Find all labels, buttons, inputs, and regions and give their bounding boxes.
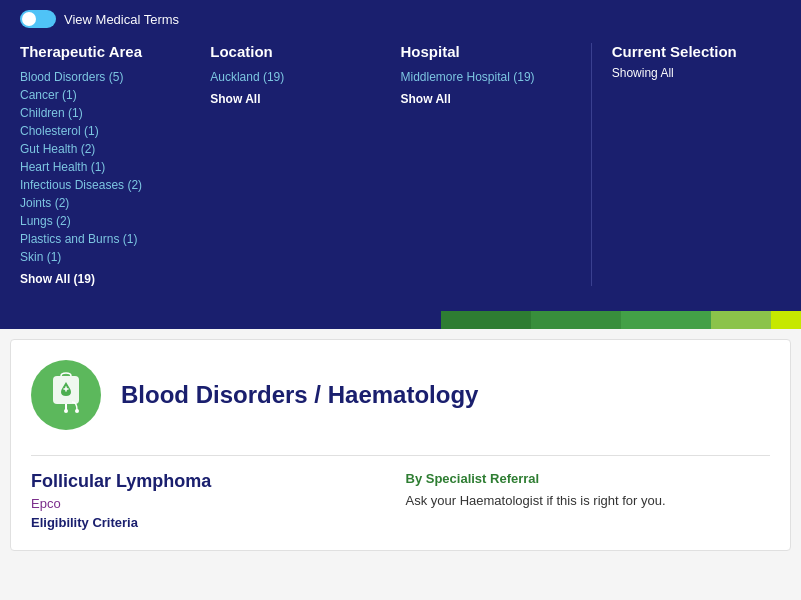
referral-text: Ask your Haematologist if this is right … [406, 492, 771, 510]
svg-point-2 [64, 409, 68, 413]
current-selection-value: Showing All [612, 66, 766, 80]
filter-item-cancer[interactable]: Cancer (1) [20, 88, 195, 102]
color-bar [0, 311, 801, 329]
current-selection-column: Current Selection Showing All [591, 43, 781, 286]
current-selection-title: Current Selection [612, 43, 766, 60]
medical-terms-toggle[interactable] [20, 10, 56, 28]
color-bar-spacer [0, 311, 361, 329]
toggle-label: View Medical Terms [64, 12, 179, 27]
therapeutic-area-show-all[interactable]: Show All (19) [20, 272, 195, 286]
filter-item-infectious-diseases[interactable]: Infectious Diseases (2) [20, 178, 195, 192]
referral-label: By Specialist Referral [406, 471, 771, 486]
trial-right: By Specialist Referral Ask your Haematol… [406, 471, 771, 530]
filter-item-heart-health[interactable]: Heart Health (1) [20, 160, 195, 174]
iv-bag-icon [47, 372, 85, 418]
color-segment-2 [531, 311, 621, 329]
toggle-track [20, 10, 56, 28]
therapeutic-area-title: Therapeutic Area [20, 43, 195, 60]
trial-name[interactable]: Follicular Lymphoma [31, 471, 396, 492]
filter-item-middlemore[interactable]: Middlemore Hospital (19) [401, 70, 576, 84]
color-segment-1 [441, 311, 531, 329]
location-title: Location [210, 43, 385, 60]
toggle-thumb [22, 12, 36, 26]
filter-item-plastics[interactable]: Plastics and Burns (1) [20, 232, 195, 246]
category-header: Blood Disorders / Haematology [31, 360, 770, 430]
filter-item-children[interactable]: Children (1) [20, 106, 195, 120]
svg-point-3 [75, 409, 79, 413]
content-area: Blood Disorders / Haematology Follicular… [10, 339, 791, 551]
hospital-title: Hospital [401, 43, 576, 60]
color-segment-4 [711, 311, 771, 329]
trial-sponsor: Epco [31, 496, 396, 511]
filter-item-skin[interactable]: Skin (1) [20, 250, 195, 264]
filter-item-blood-disorders[interactable]: Blood Disorders (5) [20, 70, 195, 84]
location-column: Location Auckland (19) Show All [210, 43, 400, 286]
category-title: Blood Disorders / Haematology [121, 381, 478, 409]
trial-eligibility-label[interactable]: Eligibility Criteria [31, 515, 396, 530]
filter-item-cholesterol[interactable]: Cholesterol (1) [20, 124, 195, 138]
hospital-show-all[interactable]: Show All [401, 92, 576, 106]
filter-item-lungs[interactable]: Lungs (2) [20, 214, 195, 228]
color-segment-5 [771, 311, 801, 329]
location-show-all[interactable]: Show All [210, 92, 385, 106]
filter-item-joints[interactable]: Joints (2) [20, 196, 195, 210]
filter-item-auckland[interactable]: Auckland (19) [210, 70, 385, 84]
trial-listing: Follicular Lymphoma Epco Eligibility Cri… [31, 455, 770, 530]
therapeutic-area-column: Therapeutic Area Blood Disorders (5) Can… [20, 43, 210, 286]
filter-item-gut-health[interactable]: Gut Health (2) [20, 142, 195, 156]
filter-grid: Therapeutic Area Blood Disorders (5) Can… [20, 43, 781, 286]
filter-panel: Therapeutic Area Blood Disorders (5) Can… [0, 28, 801, 311]
trial-left: Follicular Lymphoma Epco Eligibility Cri… [31, 471, 396, 530]
toggle-area: View Medical Terms [0, 0, 801, 28]
category-icon-circle [31, 360, 101, 430]
color-segment-3 [621, 311, 711, 329]
color-bar-mid [361, 311, 441, 329]
hospital-column: Hospital Middlemore Hospital (19) Show A… [401, 43, 591, 286]
